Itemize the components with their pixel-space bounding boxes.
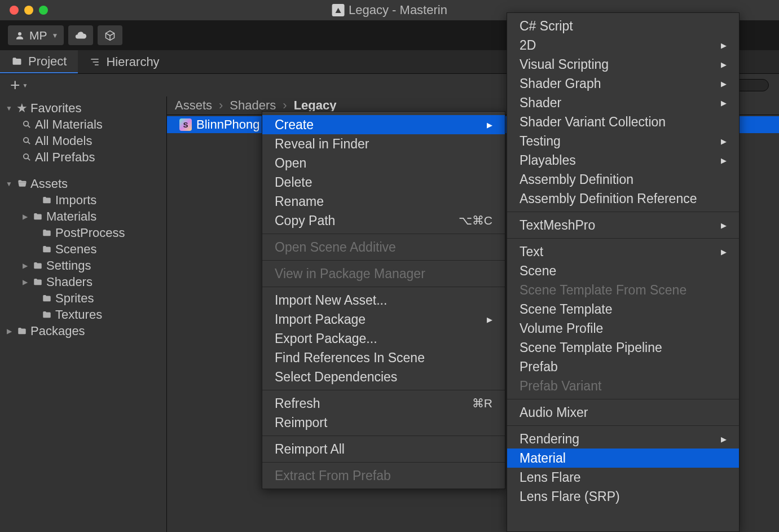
sub-assembly-definition-reference[interactable]: Assembly Definition Reference <box>507 189 739 208</box>
project-sidebar: ▼★Favorites All Materials All Models All… <box>0 96 167 532</box>
ctx-refresh[interactable]: Refresh⌘R <box>262 394 505 413</box>
account-label: MP <box>29 29 47 42</box>
separator <box>507 399 739 399</box>
sidebar-all-prefabs[interactable]: All Prefabs <box>0 149 166 165</box>
sub-shader[interactable]: Shader▶ <box>507 93 739 112</box>
sub-2d[interactable]: 2D▶ <box>507 36 739 55</box>
cloud-button[interactable] <box>68 25 93 45</box>
search-icon <box>20 136 33 146</box>
sub-scene-template-pipeline[interactable]: Scene Template Pipeline <box>507 338 739 357</box>
breadcrumb-assets[interactable]: Assets <box>175 98 212 113</box>
sidebar-assets[interactable]: ▼Assets <box>0 175 166 192</box>
sub-visual-scripting[interactable]: Visual Scripting▶ <box>507 55 739 74</box>
chevron-right-icon: ▶ <box>721 435 727 443</box>
star-icon: ★ <box>16 101 28 116</box>
tab-hierarchy-label: Hierarchy <box>106 55 159 69</box>
folder-icon <box>41 310 53 320</box>
add-button[interactable]: + <box>10 77 20 94</box>
create-submenu: C# Script 2D▶ Visual Scripting▶ Shader G… <box>507 12 740 532</box>
sidebar-all-models[interactable]: All Models <box>0 133 166 149</box>
sub-shader-graph[interactable]: Shader Graph▶ <box>507 74 739 93</box>
sub-textmeshpro[interactable]: TextMeshPro▶ <box>507 216 739 235</box>
chevron-right-icon: ▶ <box>487 121 492 129</box>
ctx-select-dependencies[interactable]: Select Dependencies <box>262 367 505 386</box>
sidebar-materials[interactable]: ▶Materials <box>0 208 166 225</box>
svg-point-8 <box>23 138 28 143</box>
ctx-rename[interactable]: Rename <box>262 192 505 211</box>
search-icon <box>20 152 33 162</box>
separator <box>262 234 505 234</box>
chevron-right-icon: ▶ <box>721 80 727 88</box>
account-button[interactable]: MP ▼ <box>8 25 64 45</box>
chevron-right-icon: ▶ <box>721 156 727 165</box>
unity-logo-icon <box>332 4 344 16</box>
folder-icon <box>41 195 53 205</box>
folder-icon <box>11 56 23 67</box>
sidebar-postprocess[interactable]: PostProcess <box>0 225 166 241</box>
sidebar-textures[interactable]: Textures <box>0 306 166 323</box>
ctx-import-package[interactable]: Import Package▶ <box>262 310 505 329</box>
separator <box>507 425 739 426</box>
package-button[interactable] <box>98 25 122 45</box>
cube-icon <box>104 30 116 41</box>
sidebar-settings[interactable]: ▶Settings <box>0 257 166 274</box>
maximize-button[interactable] <box>39 6 48 15</box>
sub-testing[interactable]: Testing▶ <box>507 131 739 151</box>
context-menu: Create▶ Reveal in Finder Open Delete Ren… <box>262 111 505 489</box>
chevron-down-icon[interactable]: ▼ <box>23 82 28 89</box>
sub-playables[interactable]: Playables▶ <box>507 151 739 170</box>
sub-shader-variant-collection[interactable]: Shader Variant Collection <box>507 112 739 131</box>
sidebar-favorites[interactable]: ▼★Favorites <box>0 100 166 116</box>
sub-audio-mixer[interactable]: Audio Mixer <box>507 403 739 422</box>
ctx-open[interactable]: Open <box>262 153 505 173</box>
sub-scene[interactable]: Scene <box>507 261 739 280</box>
sub-scene-template[interactable]: Scene Template <box>507 300 739 319</box>
ctx-reimport[interactable]: Reimport <box>262 413 505 432</box>
sidebar-imports[interactable]: Imports <box>0 192 166 208</box>
ctx-export-package[interactable]: Export Package... <box>262 329 505 348</box>
separator <box>262 462 505 463</box>
ctx-delete[interactable]: Delete <box>262 173 505 192</box>
window-title: Legacy - Masterin <box>332 3 447 17</box>
separator <box>262 260 505 261</box>
sub-lens-flare[interactable]: Lens Flare <box>507 468 739 487</box>
sub-text[interactable]: Text▶ <box>507 242 739 261</box>
sub-material[interactable]: Material <box>507 449 739 468</box>
sub-prefab[interactable]: Prefab <box>507 357 739 376</box>
chevron-right-icon: ▶ <box>721 41 727 50</box>
sub-rendering[interactable]: Rendering▶ <box>507 429 739 449</box>
minimize-button[interactable] <box>24 6 33 15</box>
ctx-extract-from-prefab: Extract From Prefab <box>262 466 505 485</box>
chevron-right-icon: ▶ <box>721 248 727 256</box>
folder-icon <box>32 277 44 287</box>
folder-icon <box>32 212 44 222</box>
sub-volume-profile[interactable]: Volume Profile <box>507 319 739 338</box>
shortcut-label: ⌘R <box>472 397 492 410</box>
ctx-reveal-in-finder[interactable]: Reveal in Finder <box>262 134 505 153</box>
tab-hierarchy[interactable]: Hierarchy <box>78 50 170 73</box>
shortcut-label: ⌥⌘C <box>459 214 492 227</box>
folder-open-icon <box>16 178 28 189</box>
ctx-import-new-asset[interactable]: Import New Asset... <box>262 291 505 310</box>
separator <box>262 287 505 287</box>
ctx-reimport-all[interactable]: Reimport All <box>262 439 505 459</box>
sub-lens-flare-srp[interactable]: Lens Flare (SRP) <box>507 487 739 506</box>
close-button[interactable] <box>10 6 19 15</box>
sub-csharp-script[interactable]: C# Script <box>507 16 739 36</box>
tab-project[interactable]: Project <box>0 50 78 73</box>
folder-icon <box>41 228 53 238</box>
search-icon <box>20 120 33 129</box>
svg-line-7 <box>28 126 30 128</box>
sidebar-scenes[interactable]: Scenes <box>0 241 166 257</box>
ctx-find-references[interactable]: Find References In Scene <box>262 348 505 367</box>
sidebar-shaders[interactable]: ▶Shaders <box>0 274 166 290</box>
folder-icon <box>41 293 53 304</box>
sidebar-packages[interactable]: ▶Packages <box>0 323 166 339</box>
sidebar-all-materials[interactable]: All Materials <box>0 116 166 133</box>
ctx-open-scene-additive: Open Scene Additive <box>262 238 505 257</box>
separator <box>507 238 739 239</box>
sidebar-sprites[interactable]: Sprites <box>0 290 166 306</box>
sub-assembly-definition[interactable]: Assembly Definition <box>507 170 739 189</box>
ctx-copy-path[interactable]: Copy Path⌥⌘C <box>262 211 505 230</box>
ctx-create[interactable]: Create▶ <box>262 115 505 134</box>
